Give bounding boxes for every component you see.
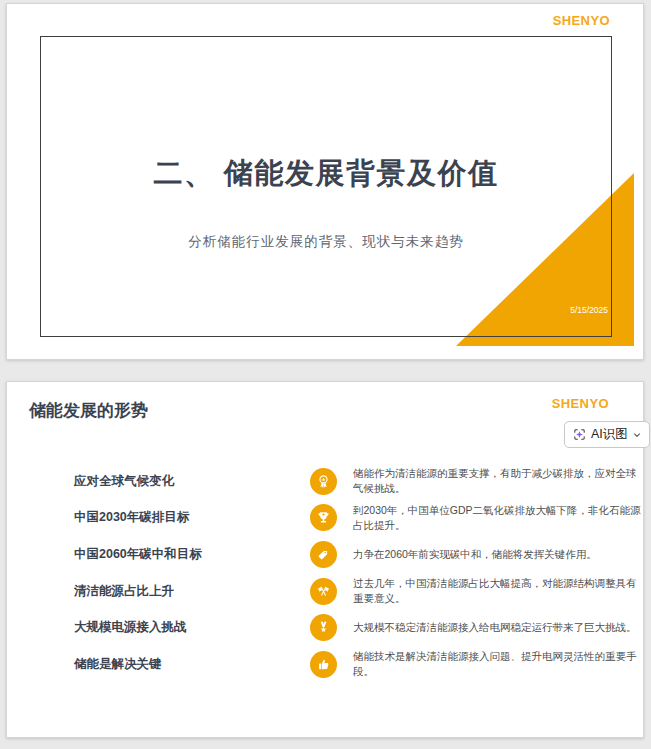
item-description: 力争在2060年前实现碳中和，储能将发挥关键作用。 [353, 547, 643, 562]
sparkle-scan-icon [572, 427, 587, 442]
item-heading: 应对全球气候变化 [74, 473, 293, 490]
slide-preview-1: SHENYO 二、 储能发展背景及价值 分析储能行业发展的背景、现状与未来趋势 … [6, 3, 644, 360]
list-item: 中国2030年碳排目标 到2030年，中国单位GDP二氧化碳排放大幅下降，非化石… [74, 500, 643, 537]
brand-logo: SHENYO [552, 396, 609, 411]
ai-recognize-button[interactable]: AI识图 [564, 421, 650, 448]
item-heading: 清洁能源占比上升 [74, 583, 293, 600]
list-item: 大规模电源接入挑战 大规模不稳定清洁能源接入给电网稳定运行带来了巨大挑战。 [74, 609, 643, 646]
brand-logo: SHENYO [553, 13, 610, 28]
award-ribbon-icon [310, 468, 337, 495]
item-heading: 储能是解决关键 [74, 656, 293, 673]
item-description: 大规模不稳定清洁能源接入给电网稳定运行带来了巨大挑战。 [353, 620, 643, 635]
trophy-icon [310, 504, 337, 531]
page-title: 储能发展的形势 [29, 399, 148, 422]
list-item: 应对全球气候变化 储能作为清洁能源的重要支撑，有助于减少碳排放，应对全球气候挑战… [74, 463, 643, 500]
list-item: 储能是解决关键 储能技术是解决清洁能源接入问题、提升电网灵活性的重要手段。 [74, 646, 643, 683]
medal-icon [310, 614, 337, 641]
crossed-flags-icon [310, 578, 337, 605]
thumbs-up-icon [310, 651, 337, 678]
list-item: 中国2060年碳中和目标 力争在2060年前实现碳中和，储能将发挥关键作用。 [74, 536, 643, 573]
tag-icon [310, 541, 337, 568]
chevron-down-icon [632, 430, 642, 440]
situation-list: 应对全球气候变化 储能作为清洁能源的重要支撑，有助于减少碳排放，应对全球气候挑战… [74, 463, 643, 683]
slide-date: 5/15/2025 [527, 305, 608, 315]
section-title: 二、 储能发展背景及价值 [40, 154, 612, 194]
item-description: 过去几年，中国清洁能源占比大幅提高，对能源结构调整具有重要意义。 [353, 576, 643, 606]
item-description: 到2030年，中国单位GDP二氧化碳排放大幅下降，非化石能源占比提升。 [353, 503, 643, 533]
ai-recognize-label: AI识图 [591, 426, 628, 443]
slide-preview-2: SHENYO 储能发展的形势 AI识图 应对全球气候变化 储能作为清洁能源的重要… [6, 381, 644, 738]
item-heading: 大规模电源接入挑战 [74, 619, 293, 636]
list-item: 清洁能源占比上升 过去几年，中国清洁能源占比大幅提高，对能源结构调整具有重要意义… [74, 573, 643, 610]
item-heading: 中国2030年碳排目标 [74, 509, 293, 526]
item-description: 储能作为清洁能源的重要支撑，有助于减少碳排放，应对全球气候挑战。 [353, 466, 643, 496]
section-subtitle: 分析储能行业发展的背景、现状与未来趋势 [40, 233, 612, 251]
item-heading: 中国2060年碳中和目标 [74, 546, 293, 563]
item-description: 储能技术是解决清洁能源接入问题、提升电网灵活性的重要手段。 [353, 649, 643, 679]
